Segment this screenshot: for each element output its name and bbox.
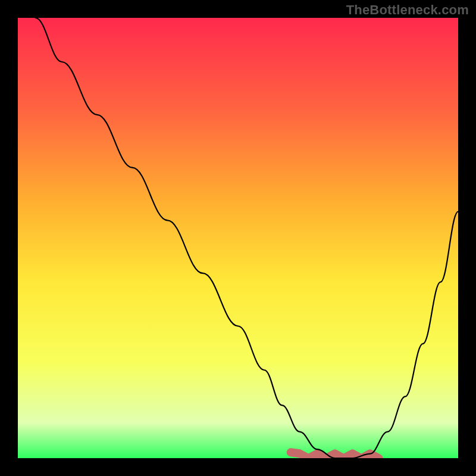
chart-frame: TheBottleneck.com (0, 0, 476, 476)
gradient-bg (18, 18, 458, 458)
highlight-marker (291, 452, 379, 458)
plot-area (18, 18, 458, 458)
watermark-text: TheBottleneck.com (346, 2, 469, 18)
bottleneck-chart (18, 18, 458, 458)
